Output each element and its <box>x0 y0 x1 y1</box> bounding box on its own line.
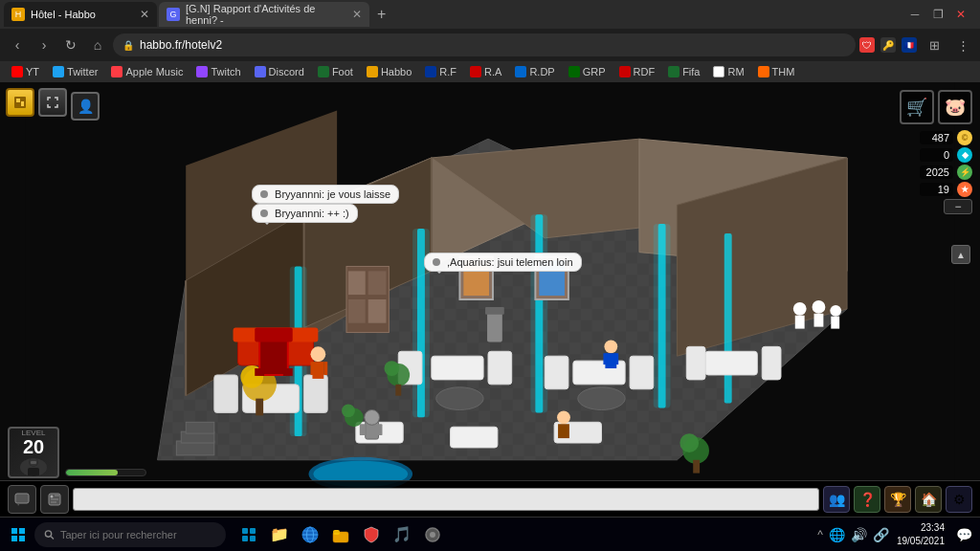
file-explorer-button[interactable]: 📁 <box>266 521 293 548</box>
tab-rapport[interactable]: G [G.N] Rapport d'Activités de henni? - … <box>159 2 369 27</box>
start-button[interactable] <box>4 524 33 545</box>
forward-button[interactable]: › <box>33 33 56 56</box>
bookmark-fifa[interactable]: Fifa <box>662 65 705 78</box>
svg-rect-120 <box>250 528 256 534</box>
bookmark-twitch[interactable]: Twitch <box>190 65 246 78</box>
svg-rect-91 <box>186 422 214 433</box>
folder-button[interactable] <box>327 521 354 548</box>
bookmark-yt-label: YT <box>26 66 39 77</box>
bookmark-thm[interactable]: THM <box>752 65 801 78</box>
currency-minus-button[interactable]: − <box>944 199 972 214</box>
chevron-up-icon[interactable]: ^ <box>817 528 823 541</box>
expand-button[interactable] <box>38 88 67 117</box>
tab-habbo-close[interactable]: ✕ <box>140 8 149 21</box>
bookmark-twitch-icon <box>196 66 208 77</box>
svg-rect-95 <box>255 328 292 342</box>
url-domain: habbo.fr/hotelv2 <box>140 38 222 52</box>
bookmark-apple-music-icon <box>111 66 122 77</box>
chat-button[interactable] <box>8 485 36 514</box>
game-area[interactable]: Bryyannni: je vous laisse Bryyannni: ++ … <box>0 82 980 517</box>
svg-rect-81 <box>348 299 366 323</box>
coin-icon: © <box>957 130 972 145</box>
svg-point-42 <box>436 387 483 410</box>
back-button[interactable]: ‹ <box>6 33 29 56</box>
svg-rect-61 <box>323 362 327 375</box>
tab-rapport-close[interactable]: ✕ <box>352 8 362 21</box>
tag-button[interactable] <box>40 485 69 514</box>
svg-point-109 <box>51 495 54 497</box>
diamonds-value: 0 <box>920 148 953 162</box>
svg-rect-102 <box>28 468 39 477</box>
svg-rect-80 <box>368 271 387 295</box>
bookmark-grp[interactable]: GRP <box>563 65 612 78</box>
bookmark-habbo-icon <box>367 66 378 77</box>
tab-habbo[interactable]: H Hôtel - Habbo ✕ <box>4 2 157 27</box>
avatar-small-button[interactable]: 👤 <box>71 92 100 121</box>
chat-bubble-2: Bryyannni: ++ :) <box>252 204 358 223</box>
key-extension-icon[interactable]: 🔑 <box>880 37 896 53</box>
settings-game-button[interactable]: ⚙ <box>946 486 972 513</box>
friend-list-button[interactable]: 👥 <box>823 486 850 513</box>
shield-button[interactable] <box>358 521 385 548</box>
close-button[interactable]: ✕ <box>953 7 969 22</box>
svg-point-68 <box>813 300 826 314</box>
shield-extension-icon[interactable]: 🛡 <box>859 37 875 53</box>
svg-point-62 <box>604 340 617 353</box>
svg-rect-67 <box>795 316 805 329</box>
flag-extension-icon[interactable]: 🇫🇷 <box>902 37 917 53</box>
piggy-button[interactable]: 🐷 <box>938 90 972 124</box>
home-button[interactable]: ⌂ <box>86 33 109 56</box>
bookmark-thm-icon <box>758 66 769 77</box>
system-clock[interactable]: 23:34 19/05/2021 <box>897 521 945 548</box>
folder-icon <box>332 526 349 543</box>
bookmark-discord[interactable]: Discord <box>249 65 310 78</box>
rooms-button[interactable]: 🏠 <box>915 486 942 513</box>
bookmark-rdp[interactable]: R.DP <box>509 65 560 78</box>
bookmark-rf[interactable]: R.F <box>419 65 462 78</box>
maximize-button[interactable]: ❐ <box>930 7 946 22</box>
svg-rect-69 <box>814 314 824 327</box>
minimize-button[interactable]: ─ <box>907 7 923 22</box>
task-view-button[interactable] <box>235 521 262 548</box>
search-icon <box>44 529 55 540</box>
settings-button[interactable]: ⋮ <box>951 33 974 56</box>
svg-rect-104 <box>31 461 36 464</box>
chat-input[interactable] <box>73 488 819 511</box>
bookmark-ra[interactable]: R.A <box>464 65 507 78</box>
achievements-button[interactable]: 🏆 <box>884 486 911 513</box>
bookmark-foot[interactable]: Foot <box>312 65 359 78</box>
level-badge: LEVEL 20 <box>8 427 59 478</box>
bookmark-twitter[interactable]: Twitter <box>47 65 103 78</box>
taskbar-icons: 📁 <box>235 521 446 548</box>
scroll-up-button[interactable]: ▲ <box>951 245 970 264</box>
game-ui-topleft: 👤 <box>6 88 100 121</box>
svg-rect-113 <box>11 528 17 534</box>
network-icon[interactable]: 🌐 <box>829 527 845 542</box>
volume-icon[interactable]: 🔊 <box>851 527 867 542</box>
bookmark-rdf[interactable]: RDF <box>613 65 661 78</box>
seasonal-icon: ⚡ <box>957 165 972 180</box>
shop-button[interactable]: 🛒 <box>900 90 934 124</box>
browser-taskbar-button[interactable] <box>297 521 323 548</box>
map-button[interactable] <box>6 88 34 117</box>
url-input-wrap[interactable]: 🔒 habbo.fr/hotelv2 <box>113 33 856 56</box>
battery-icon[interactable]: 🔗 <box>873 527 889 542</box>
bookmarks-bar: YT Twitter Apple Music Twitch Discord Fo… <box>0 61 980 82</box>
bookmark-apple-music[interactable]: Apple Music <box>105 65 189 78</box>
search-bar[interactable] <box>34 522 226 547</box>
bookmark-rm[interactable]: RM <box>707 65 749 78</box>
svg-rect-93 <box>485 307 504 315</box>
help-button[interactable]: ❓ <box>854 486 880 513</box>
taskbar-search-input[interactable] <box>60 529 216 540</box>
reload-button[interactable]: ↻ <box>59 33 82 56</box>
bookmark-habbo[interactable]: Habbo <box>361 65 417 78</box>
bookmark-yt[interactable]: YT <box>6 65 45 78</box>
new-tab-button[interactable]: + <box>371 2 391 27</box>
music-button[interactable]: 🎵 <box>389 521 415 548</box>
hotel-scene-svg <box>0 82 980 517</box>
svg-rect-116 <box>19 536 25 541</box>
diamond-icon: ◆ <box>957 147 972 163</box>
notification-button[interactable]: 💬 <box>952 523 976 546</box>
extensions-button[interactable]: ⊞ <box>923 33 946 56</box>
settings-tb-button[interactable] <box>419 521 446 548</box>
